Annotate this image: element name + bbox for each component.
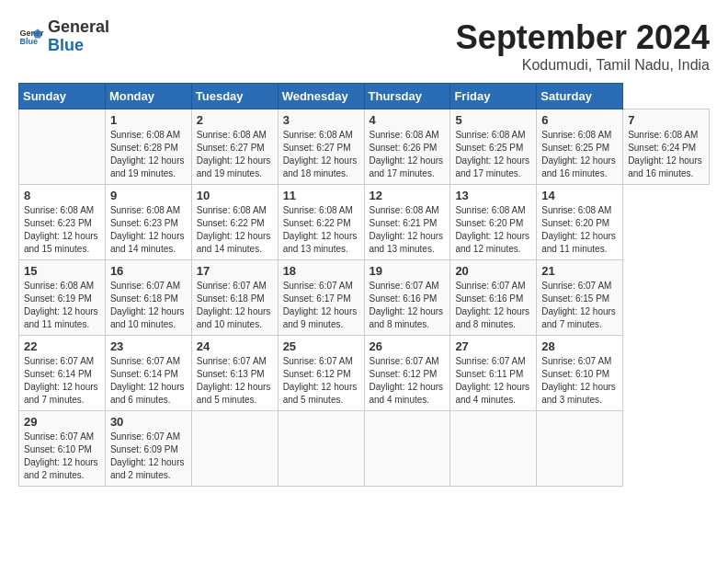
- calendar-day: 30 Sunrise: 6:07 AMSunset: 6:09 PMDaylig…: [105, 411, 191, 487]
- calendar-day: 22 Sunrise: 6:07 AMSunset: 6:14 PMDaylig…: [19, 336, 106, 411]
- day-detail: Sunrise: 6:07 AMSunset: 6:16 PMDaylight:…: [370, 280, 446, 331]
- day-detail: Sunrise: 6:08 AMSunset: 6:23 PMDaylight:…: [110, 204, 187, 256]
- day-number: 25: [283, 339, 359, 353]
- day-detail: Sunrise: 6:07 AMSunset: 6:11 PMDaylight:…: [455, 355, 531, 407]
- day-number: 23: [110, 339, 187, 353]
- day-number: 1: [110, 113, 187, 127]
- calendar-day: 9 Sunrise: 6:08 AMSunset: 6:23 PMDayligh…: [105, 185, 191, 260]
- logo-line1: General: [48, 18, 109, 37]
- svg-text:Blue: Blue: [19, 37, 38, 46]
- day-number: 14: [541, 189, 618, 202]
- day-detail: Sunrise: 6:08 AMSunset: 6:23 PMDaylight:…: [24, 204, 100, 256]
- calendar-day: 12 Sunrise: 6:08 AMSunset: 6:21 PMDaylig…: [364, 185, 450, 260]
- day-detail: Sunrise: 6:08 AMSunset: 6:20 PMDaylight:…: [541, 204, 618, 256]
- calendar-day: 23 Sunrise: 6:07 AMSunset: 6:14 PMDaylig…: [105, 336, 191, 411]
- calendar-day: 26 Sunrise: 6:07 AMSunset: 6:12 PMDaylig…: [364, 336, 450, 411]
- calendar-day: 10 Sunrise: 6:08 AMSunset: 6:22 PMDaylig…: [191, 185, 278, 260]
- calendar-day: [278, 411, 364, 487]
- header-saturday: Saturday: [537, 84, 623, 109]
- calendar-day: 16 Sunrise: 6:07 AMSunset: 6:18 PMDaylig…: [105, 260, 191, 336]
- day-number: 6: [541, 113, 618, 127]
- calendar-day: 24 Sunrise: 6:07 AMSunset: 6:13 PMDaylig…: [191, 336, 278, 411]
- calendar-day: [19, 109, 106, 185]
- day-detail: Sunrise: 6:08 AMSunset: 6:25 PMDaylight:…: [541, 129, 618, 180]
- header-tuesday: Tuesday: [191, 84, 278, 109]
- day-number: 30: [110, 415, 187, 429]
- calendar-body: 1 Sunrise: 6:08 AMSunset: 6:28 PMDayligh…: [19, 109, 710, 487]
- day-detail: Sunrise: 6:07 AMSunset: 6:17 PMDaylight:…: [283, 280, 359, 331]
- calendar-day: 1 Sunrise: 6:08 AMSunset: 6:28 PMDayligh…: [105, 109, 191, 185]
- page-header: General Blue General Blue September 2024…: [18, 18, 710, 74]
- day-number: 28: [541, 339, 618, 353]
- day-number: 3: [283, 113, 359, 127]
- day-detail: Sunrise: 6:08 AMSunset: 6:22 PMDaylight:…: [283, 204, 359, 256]
- header-thursday: Thursday: [364, 84, 450, 109]
- logo-line2: Blue: [48, 37, 109, 55]
- day-number: 21: [541, 264, 618, 278]
- calendar-table: Sunday Monday Tuesday Wednesday Thursday…: [18, 83, 710, 487]
- day-detail: Sunrise: 6:08 AMSunset: 6:21 PMDaylight:…: [370, 204, 446, 256]
- day-number: 8: [24, 189, 100, 202]
- day-number: 17: [197, 264, 273, 278]
- header-friday: Friday: [450, 84, 537, 109]
- calendar-day: 18 Sunrise: 6:07 AMSunset: 6:17 PMDaylig…: [278, 260, 364, 336]
- day-detail: Sunrise: 6:08 AMSunset: 6:19 PMDaylight:…: [24, 280, 100, 331]
- calendar-day: 6 Sunrise: 6:08 AMSunset: 6:25 PMDayligh…: [537, 109, 623, 185]
- calendar-day: [364, 411, 450, 487]
- day-detail: Sunrise: 6:07 AMSunset: 6:12 PMDaylight:…: [370, 355, 446, 407]
- day-detail: Sunrise: 6:07 AMSunset: 6:18 PMDaylight:…: [197, 280, 273, 331]
- calendar-week-row: 29 Sunrise: 6:07 AMSunset: 6:10 PMDaylig…: [19, 411, 710, 487]
- day-detail: Sunrise: 6:07 AMSunset: 6:10 PMDaylight:…: [24, 431, 100, 482]
- day-number: 26: [370, 339, 446, 353]
- day-number: 2: [197, 113, 273, 127]
- calendar-day: [450, 411, 537, 487]
- calendar-day: 11 Sunrise: 6:08 AMSunset: 6:22 PMDaylig…: [278, 185, 364, 260]
- day-number: 5: [455, 113, 531, 127]
- calendar-day: 25 Sunrise: 6:07 AMSunset: 6:12 PMDaylig…: [278, 336, 364, 411]
- day-detail: Sunrise: 6:08 AMSunset: 6:28 PMDaylight:…: [110, 129, 187, 180]
- calendar-day: 20 Sunrise: 6:07 AMSunset: 6:16 PMDaylig…: [450, 260, 537, 336]
- day-detail: Sunrise: 6:07 AMSunset: 6:10 PMDaylight:…: [541, 355, 618, 407]
- day-number: 20: [455, 264, 531, 278]
- calendar-week-row: 22 Sunrise: 6:07 AMSunset: 6:14 PMDaylig…: [19, 336, 710, 411]
- calendar-week-row: 15 Sunrise: 6:08 AMSunset: 6:19 PMDaylig…: [19, 260, 710, 336]
- header-monday: Monday: [105, 84, 191, 109]
- day-number: 9: [110, 189, 187, 202]
- header-sunday: Sunday: [19, 84, 106, 109]
- day-number: 7: [628, 113, 704, 127]
- calendar-day: 8 Sunrise: 6:08 AMSunset: 6:23 PMDayligh…: [19, 185, 106, 260]
- day-number: 27: [455, 339, 531, 353]
- title-block: September 2024 Kodumudi, Tamil Nadu, Ind…: [456, 18, 710, 74]
- day-detail: Sunrise: 6:08 AMSunset: 6:25 PMDaylight:…: [455, 129, 531, 180]
- calendar-day: 14 Sunrise: 6:08 AMSunset: 6:20 PMDaylig…: [537, 185, 623, 260]
- logo-icon: General Blue: [18, 24, 44, 50]
- day-detail: Sunrise: 6:07 AMSunset: 6:15 PMDaylight:…: [541, 280, 618, 331]
- day-detail: Sunrise: 6:07 AMSunset: 6:18 PMDaylight:…: [110, 280, 187, 331]
- day-detail: Sunrise: 6:07 AMSunset: 6:16 PMDaylight:…: [455, 280, 531, 331]
- calendar-week-row: 8 Sunrise: 6:08 AMSunset: 6:23 PMDayligh…: [19, 185, 710, 260]
- calendar-day: 13 Sunrise: 6:08 AMSunset: 6:20 PMDaylig…: [450, 185, 537, 260]
- day-number: 13: [455, 189, 531, 202]
- calendar-day: 28 Sunrise: 6:07 AMSunset: 6:10 PMDaylig…: [537, 336, 623, 411]
- day-detail: Sunrise: 6:07 AMSunset: 6:13 PMDaylight:…: [197, 355, 273, 407]
- day-number: 15: [24, 264, 100, 278]
- day-number: 11: [283, 189, 359, 202]
- day-detail: Sunrise: 6:07 AMSunset: 6:14 PMDaylight:…: [110, 355, 187, 407]
- day-detail: Sunrise: 6:07 AMSunset: 6:12 PMDaylight:…: [283, 355, 359, 407]
- day-detail: Sunrise: 6:07 AMSunset: 6:09 PMDaylight:…: [110, 431, 187, 482]
- calendar-day: 3 Sunrise: 6:08 AMSunset: 6:27 PMDayligh…: [278, 109, 364, 185]
- calendar-day: 19 Sunrise: 6:07 AMSunset: 6:16 PMDaylig…: [364, 260, 450, 336]
- header-row: Sunday Monday Tuesday Wednesday Thursday…: [19, 84, 710, 109]
- day-number: 22: [24, 339, 100, 353]
- calendar-day: 4 Sunrise: 6:08 AMSunset: 6:26 PMDayligh…: [364, 109, 450, 185]
- logo: General Blue General Blue: [18, 18, 109, 55]
- calendar-day: [191, 411, 278, 487]
- day-detail: Sunrise: 6:08 AMSunset: 6:26 PMDaylight:…: [370, 129, 446, 180]
- calendar-day: 7 Sunrise: 6:08 AMSunset: 6:24 PMDayligh…: [623, 109, 710, 185]
- calendar-day: 15 Sunrise: 6:08 AMSunset: 6:19 PMDaylig…: [19, 260, 106, 336]
- calendar-week-row: 1 Sunrise: 6:08 AMSunset: 6:28 PMDayligh…: [19, 109, 710, 185]
- day-detail: Sunrise: 6:07 AMSunset: 6:14 PMDaylight:…: [24, 355, 100, 407]
- calendar-header: Sunday Monday Tuesday Wednesday Thursday…: [19, 84, 710, 109]
- calendar-day: 5 Sunrise: 6:08 AMSunset: 6:25 PMDayligh…: [450, 109, 537, 185]
- calendar-day: 2 Sunrise: 6:08 AMSunset: 6:27 PMDayligh…: [191, 109, 278, 185]
